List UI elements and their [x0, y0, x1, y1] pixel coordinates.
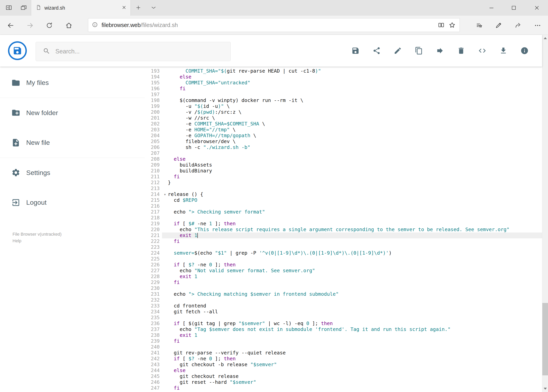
line-number[interactable]: 228	[145, 273, 162, 280]
save-button[interactable]	[348, 43, 363, 58]
code-line[interactable]: 205 filebrowser/dev \	[145, 139, 542, 144]
line-number[interactable]: 199	[145, 103, 162, 109]
favorites-hub-icon[interactable]	[473, 20, 485, 31]
reading-view-icon[interactable]	[436, 20, 447, 30]
code-line[interactable]: 237 echo "Tag $semver does not exist in …	[145, 326, 542, 332]
line-number[interactable]: 238	[145, 332, 162, 338]
line-number[interactable]: 222	[145, 238, 162, 244]
minimize-button[interactable]	[482, 0, 501, 16]
line-number[interactable]: 197	[145, 91, 162, 98]
line-number[interactable]: 232	[145, 297, 162, 303]
new-tab-button[interactable]	[135, 5, 142, 11]
code-line[interactable]: 208 else	[145, 156, 542, 162]
line-number[interactable]: 225	[145, 256, 162, 262]
copy-button[interactable]	[411, 43, 427, 58]
code-line[interactable]: 199 -u "$(id -u)" \	[145, 103, 542, 109]
line-number[interactable]: 202	[145, 121, 162, 127]
refresh-icon[interactable]	[43, 20, 55, 31]
line-number[interactable]: 237	[145, 326, 162, 332]
code-line[interactable]: 193 COMMIT_SHA="$(git rev-parse HEAD | c…	[145, 68, 542, 74]
code-line[interactable]: 235	[145, 315, 542, 321]
fold-marker-icon[interactable]: ▾	[162, 191, 168, 197]
share-page-icon[interactable]	[512, 20, 524, 31]
line-number[interactable]: 206	[145, 144, 162, 150]
line-number[interactable]: 245	[145, 373, 162, 379]
code-line[interactable]: 231 echo "> Checking matching $semver in…	[145, 291, 542, 297]
line-number[interactable]: 227	[145, 268, 162, 273]
code-line[interactable]: 194 else	[145, 74, 542, 80]
tab-close-icon[interactable]	[121, 5, 127, 11]
code-line[interactable]: 228 exit 1	[145, 273, 542, 280]
site-info-icon[interactable]	[92, 21, 98, 28]
filebrowser-logo[interactable]	[8, 41, 27, 60]
maximize-button[interactable]	[504, 0, 524, 16]
sidebar-item-logout[interactable]: Logout	[0, 188, 145, 217]
code-line[interactable]: 209 buildAssets	[145, 162, 542, 168]
code-line[interactable]: 224 semver=$(echo "$1" | grep -P '^v(0|[…	[145, 250, 542, 256]
code-line[interactable]: 226 if [ $? -ne 0 ]; then	[145, 262, 542, 268]
code-line[interactable]: 220 echo "This release script requires a…	[145, 227, 542, 232]
code-line[interactable]: 216	[145, 203, 542, 209]
code-line[interactable]: 232	[145, 297, 542, 303]
line-number[interactable]: 210	[145, 168, 162, 174]
line-number[interactable]: 236	[145, 321, 162, 326]
code-line[interactable]: 211 fi	[145, 174, 542, 180]
line-number[interactable]: 224	[145, 250, 162, 256]
line-number[interactable]: 200	[145, 109, 162, 115]
line-number[interactable]: 242	[145, 356, 162, 362]
code-line[interactable]: 229 fi	[145, 280, 542, 285]
code-line[interactable]: 213	[145, 186, 542, 191]
code-line[interactable]: 218	[145, 215, 542, 221]
line-number[interactable]: 204	[145, 133, 162, 139]
code-button[interactable]	[474, 43, 490, 58]
code-line[interactable]: 225	[145, 256, 542, 262]
code-line[interactable]: 203 -e HOME="//tmp" \	[145, 127, 542, 133]
sidebar-item-new-folder[interactable]: New folder	[0, 98, 145, 128]
line-number[interactable]: 241	[145, 350, 162, 356]
line-number[interactable]: 247	[145, 385, 162, 391]
code-line[interactable]: 201 -w //src \	[145, 115, 542, 121]
line-number[interactable]: 235	[145, 315, 162, 321]
line-number[interactable]: 244	[145, 368, 162, 373]
line-number[interactable]: 195	[145, 80, 162, 86]
code-line[interactable]: 206 sh -c "./wizard.sh -b"	[145, 144, 542, 150]
forward-icon[interactable]	[24, 20, 36, 31]
code-line[interactable]: 238 exit 1	[145, 332, 542, 338]
line-number[interactable]: 211	[145, 174, 162, 180]
favorite-star-icon[interactable]	[447, 20, 458, 30]
scrollbar-thumb[interactable]	[542, 303, 548, 375]
line-number[interactable]: 221	[145, 232, 162, 238]
code-line[interactable]: 240	[145, 344, 542, 350]
info-button[interactable]	[517, 43, 532, 58]
code-line[interactable]: 244 else	[145, 368, 542, 373]
code-line[interactable]: 202 -e COMMIT_SHA=$COMMIT_SHA \	[145, 121, 542, 127]
line-number[interactable]: 201	[145, 115, 162, 121]
line-number[interactable]: 220	[145, 227, 162, 232]
home-icon[interactable]	[63, 20, 75, 31]
line-number[interactable]: 198	[145, 98, 162, 103]
browser-tab[interactable]: wizard.sh	[31, 0, 131, 16]
line-number[interactable]: 203	[145, 127, 162, 133]
back-icon[interactable]	[5, 20, 16, 31]
delete-button[interactable]	[453, 43, 469, 58]
line-number[interactable]: 208	[145, 156, 162, 162]
tab-preview-chevron-icon[interactable]	[150, 5, 157, 11]
search-box[interactable]	[36, 42, 231, 61]
line-number[interactable]: 196	[145, 86, 162, 91]
code-line[interactable]: 196 fi	[145, 86, 542, 91]
line-number[interactable]: 217	[145, 209, 162, 215]
sidebar-item-settings[interactable]: Settings	[0, 158, 145, 188]
line-number[interactable]: 229	[145, 280, 162, 285]
code-line[interactable]: 197	[145, 91, 542, 98]
code-line[interactable]: 212}	[145, 180, 542, 186]
code-line[interactable]: 234 git fetch --all	[145, 309, 542, 315]
code-line[interactable]: 221 exit 1	[145, 232, 542, 238]
line-number[interactable]: 239	[145, 338, 162, 344]
more-options-icon[interactable]	[532, 20, 543, 31]
line-number[interactable]: 213	[145, 186, 162, 191]
line-number[interactable]: 226	[145, 262, 162, 268]
code-line[interactable]: 198 $(command -v winpty) docker run --rm…	[145, 98, 542, 103]
web-note-icon[interactable]	[493, 20, 504, 31]
line-number[interactable]: 193	[145, 68, 162, 74]
code-line[interactable]: 214▾release () {	[145, 191, 542, 197]
